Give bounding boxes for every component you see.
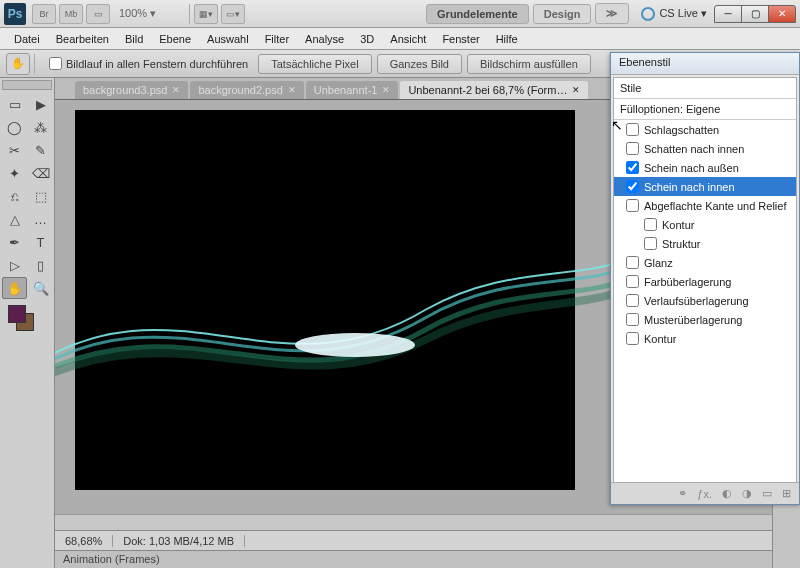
dialog-title[interactable]: Ebenenstil: [611, 53, 799, 75]
tool-9[interactable]: ⬚: [28, 185, 53, 207]
close-button[interactable]: ✕: [768, 5, 796, 23]
doc-tab-3[interactable]: Unbenannt-2 bei 68,7% (Form…✕: [400, 81, 588, 99]
scroll-all-input[interactable]: [49, 57, 62, 70]
workspace-grundelemente[interactable]: Grundelemente: [426, 4, 529, 24]
tool-5[interactable]: ✎: [28, 139, 53, 161]
tool-11[interactable]: …: [28, 208, 53, 230]
view-button[interactable]: ▭: [86, 4, 110, 24]
style-option-verlaufsüberlagerung[interactable]: Verlaufsüberlagerung: [614, 291, 796, 310]
toolbox-grip[interactable]: [2, 80, 52, 90]
style-option-kontur[interactable]: Kontur: [614, 215, 796, 234]
menu-ansicht[interactable]: Ansicht: [382, 31, 434, 47]
style-option-struktur[interactable]: Struktur: [614, 234, 796, 253]
tool-8[interactable]: ⎌: [2, 185, 27, 207]
style-checkbox[interactable]: [644, 218, 657, 231]
status-doc-size[interactable]: Dok: 1,03 MB/4,12 MB: [113, 535, 245, 547]
style-option-schein-nach-innen[interactable]: Schein nach innen: [614, 177, 796, 196]
wave-artwork: [55, 210, 625, 410]
tool-0[interactable]: ▭: [2, 93, 27, 115]
style-checkbox[interactable]: [626, 180, 639, 193]
adjustment-icon[interactable]: ◑: [742, 487, 752, 500]
style-checkbox[interactable]: [626, 161, 639, 174]
doc-tab-1[interactable]: background2.psd✕: [190, 81, 303, 99]
tool-10[interactable]: △: [2, 208, 27, 230]
tool-6[interactable]: ✦: [2, 162, 27, 184]
tool-7[interactable]: ⌫: [28, 162, 53, 184]
style-checkbox[interactable]: [626, 142, 639, 155]
tool-3[interactable]: ⁂: [28, 116, 53, 138]
menu-hilfe[interactable]: Hilfe: [488, 31, 526, 47]
tool-14[interactable]: ▷: [2, 254, 27, 276]
toolbox: ▭▶◯⁂✂✎✦⌫⎌⬚△…✒T▷▯✋🔍: [0, 78, 55, 568]
tool-4[interactable]: ✂: [2, 139, 27, 161]
style-checkbox[interactable]: [626, 275, 639, 288]
fx-icon[interactable]: ƒx.: [697, 488, 712, 500]
color-swatches[interactable]: [2, 303, 52, 333]
mb-button[interactable]: Mb: [59, 4, 83, 24]
tool-12[interactable]: ✒: [2, 231, 27, 253]
tab-close-icon[interactable]: ✕: [288, 85, 296, 95]
tab-close-icon[interactable]: ✕: [382, 85, 390, 95]
tool-16[interactable]: ✋: [2, 277, 27, 299]
status-zoom[interactable]: 68,68%: [55, 535, 113, 547]
menu-bild[interactable]: Bild: [117, 31, 151, 47]
workspace-more[interactable]: ≫: [595, 3, 629, 24]
mask-icon[interactable]: ◐: [722, 487, 732, 500]
tool-2[interactable]: ◯: [2, 116, 27, 138]
workspace-design[interactable]: Design: [533, 4, 592, 24]
style-option-schein-nach-außen[interactable]: Schein nach außen: [614, 158, 796, 177]
style-checkbox[interactable]: [644, 237, 657, 250]
tool-13[interactable]: T: [28, 231, 53, 253]
group-icon[interactable]: ▭: [762, 487, 772, 500]
fill-screen-button[interactable]: Bildschirm ausfüllen: [467, 54, 591, 74]
style-checkbox[interactable]: [626, 199, 639, 212]
tool-15[interactable]: ▯: [28, 254, 53, 276]
menu-fenster[interactable]: Fenster: [434, 31, 487, 47]
cslive-button[interactable]: CS Live ▾: [641, 7, 707, 21]
br-button[interactable]: Br: [32, 4, 56, 24]
style-option-farbüberlagerung[interactable]: Farbüberlagerung: [614, 272, 796, 291]
doc-tab-2[interactable]: Unbenannt-1✕: [306, 81, 399, 99]
h-scrollbar[interactable]: [55, 514, 772, 530]
tool-17[interactable]: 🔍: [28, 277, 53, 299]
menu-3d[interactable]: 3D: [352, 31, 382, 47]
blending-options-header[interactable]: Fülloptionen: Eigene: [614, 99, 796, 120]
tab-close-icon[interactable]: ✕: [172, 85, 180, 95]
menu-filter[interactable]: Filter: [257, 31, 297, 47]
hand-tool-preview[interactable]: ✋: [6, 53, 30, 75]
screenmode-button[interactable]: ▭▾: [221, 4, 245, 24]
style-checkbox[interactable]: [626, 332, 639, 345]
maximize-button[interactable]: ▢: [741, 5, 769, 23]
style-option-schlagschatten[interactable]: Schlagschatten: [614, 120, 796, 139]
style-checkbox[interactable]: [626, 294, 639, 307]
animation-panel-tab[interactable]: Animation (Frames): [55, 550, 772, 568]
style-option-kontur[interactable]: Kontur: [614, 329, 796, 348]
style-option-schatten-nach-innen[interactable]: Schatten nach innen: [614, 139, 796, 158]
style-checkbox[interactable]: [626, 313, 639, 326]
main-menu: Datei Bearbeiten Bild Ebene Auswahl Filt…: [0, 28, 800, 50]
scroll-all-checkbox[interactable]: Bildlauf in allen Fenstern durchführen: [49, 57, 248, 70]
doc-tab-0[interactable]: background3.psd✕: [75, 81, 188, 99]
menu-analyse[interactable]: Analyse: [297, 31, 352, 47]
style-checkbox[interactable]: [626, 256, 639, 269]
canvas[interactable]: [75, 110, 575, 490]
style-option-glanz[interactable]: Glanz: [614, 253, 796, 272]
foreground-color[interactable]: [8, 305, 26, 323]
zoom-dropdown[interactable]: 100% ▾: [119, 7, 179, 20]
style-option-abgeflachte-kante-und-relief[interactable]: Abgeflachte Kante und Relief: [614, 196, 796, 215]
menu-datei[interactable]: Datei: [6, 31, 48, 47]
menu-ebene[interactable]: Ebene: [151, 31, 199, 47]
tool-1[interactable]: ▶: [28, 93, 53, 115]
menu-bearbeiten[interactable]: Bearbeiten: [48, 31, 117, 47]
new-icon[interactable]: ⊞: [782, 487, 791, 500]
fit-image-button[interactable]: Ganzes Bild: [377, 54, 462, 74]
arrange-button[interactable]: ▦▾: [194, 4, 218, 24]
style-option-musterüberlagerung[interactable]: Musterüberlagerung: [614, 310, 796, 329]
styles-header[interactable]: Stile: [614, 78, 796, 99]
style-checkbox[interactable]: [626, 123, 639, 136]
tab-close-icon[interactable]: ✕: [572, 85, 580, 95]
actual-pixels-button[interactable]: Tatsächliche Pixel: [258, 54, 371, 74]
menu-auswahl[interactable]: Auswahl: [199, 31, 257, 47]
minimize-button[interactable]: ─: [714, 5, 742, 23]
link-icon[interactable]: ⚭: [678, 487, 687, 500]
